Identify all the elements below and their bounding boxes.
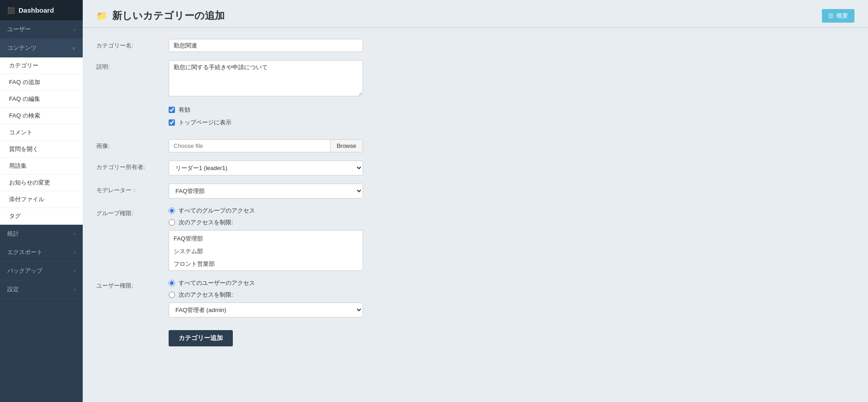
sidebar-title: Dashboard <box>19 6 54 14</box>
group-access-row: グループ権限: すべてのグループのアクセス 次のアクセスを制限: FAQ管理部 … <box>96 207 854 271</box>
user-access-all-row: すべてのユーザーのアクセス <box>169 279 476 287</box>
category-name-row: カテゴリー名: <box>96 39 854 52</box>
description-textarea[interactable] <box>169 60 363 96</box>
file-input-wrapper: Browse <box>169 139 363 152</box>
chevron-right-icon: › <box>74 27 75 32</box>
user-access-select[interactable]: FAQ管理者 (admin) 一般ユーザー (user) ゲスト (guest) <box>169 303 363 317</box>
moderator-select[interactable]: FAQ管理部 システム部 フロント営業部 <box>169 184 363 199</box>
category-name-input[interactable] <box>169 39 363 52</box>
sidebar-item-faq-add[interactable]: FAQ の追加 <box>0 74 83 91</box>
top-page-checkbox-row: トップページに表示 <box>169 118 476 127</box>
group-access-all-radio[interactable] <box>169 208 175 214</box>
user-access-label: ユーザー権限: <box>96 279 169 290</box>
image-row: 画像: Browse <box>96 139 854 152</box>
browse-button[interactable]: Browse <box>330 140 363 152</box>
sidebar-item-category[interactable]: カテゴリー <box>0 57 83 74</box>
moderator-label: モデレーター： <box>96 184 169 194</box>
overview-label: 概要 <box>836 12 848 20</box>
group-list-item-0[interactable]: FAQ管理部 <box>169 232 363 245</box>
dashboard-icon: ⬛ <box>7 7 15 14</box>
category-owner-label: カテゴリー所有者: <box>96 161 169 171</box>
submit-row: カテゴリー追加 <box>96 326 854 346</box>
sidebar-item-open-question[interactable]: 質問を開く <box>0 141 83 158</box>
submit-button[interactable]: カテゴリー追加 <box>169 330 233 346</box>
group-access-label: グループ権限: <box>96 207 169 218</box>
user-access-restrict-label: 次のアクセスを制限: <box>179 291 233 299</box>
group-access-restrict-label: 次のアクセスを制限: <box>179 218 233 227</box>
topbar: 📁 新しいカテゴリーの追加 ☰ 概要 <box>83 0 868 28</box>
sidebar-item-comment[interactable]: コメント <box>0 124 83 141</box>
chevron-right-icon-stats: › <box>74 231 75 236</box>
sidebar-item-tag[interactable]: タグ <box>0 208 83 225</box>
top-page-checkbox[interactable] <box>169 119 175 126</box>
form-area: カテゴリー名: 説明: 有効 トップページに表示 <box>83 28 868 365</box>
sidebar-item-settings[interactable]: 設定 › <box>0 280 83 299</box>
sidebar-submenu: カテゴリー FAQ の追加 FAQ の編集 FAQ の検索 コメント 質問を開く… <box>0 57 83 225</box>
user-access-restrict-row: 次のアクセスを制限: <box>169 291 476 299</box>
main-content: 📁 新しいカテゴリーの追加 ☰ 概要 カテゴリー名: 説明: <box>83 0 868 402</box>
sidebar-item-faq-edit[interactable]: FAQ の編集 <box>0 91 83 108</box>
group-list-item-2[interactable]: フロント営業部 <box>169 258 363 270</box>
chevron-right-icon-export: › <box>74 250 75 255</box>
page-title: 📁 新しいカテゴリーの追加 <box>96 9 225 23</box>
category-owner-select[interactable]: リーダー1 (leader1) 管理者 (admin) ユーザー1 (user1… <box>169 161 363 175</box>
description-label: 説明: <box>96 60 169 71</box>
category-name-control <box>169 39 476 52</box>
user-access-all-radio[interactable] <box>169 280 175 286</box>
group-listbox[interactable]: FAQ管理部 システム部 フロント営業部 <box>169 230 363 271</box>
enabled-checkbox-row: 有効 <box>169 106 476 114</box>
sidebar-header: ⬛ Dashboard <box>0 0 83 20</box>
chevron-right-icon-settings: › <box>74 287 75 292</box>
sidebar-contents-label: コンテンツ <box>7 44 37 52</box>
chevron-right-icon-backup: › <box>74 268 75 274</box>
sidebar: ⬛ Dashboard ユーザー › コンテンツ ∨ カテゴリー FAQ の追加… <box>0 0 83 402</box>
sidebar-item-glossary[interactable]: 用語集 <box>0 158 83 175</box>
description-row: 説明: <box>96 60 854 98</box>
sidebar-item-faq-search[interactable]: FAQ の検索 <box>0 108 83 124</box>
description-control <box>169 60 476 98</box>
enabled-row: 有効 トップページに表示 <box>96 106 854 131</box>
enabled-checkbox[interactable] <box>169 107 175 113</box>
sidebar-users-label: ユーザー <box>7 25 31 33</box>
category-owner-row: カテゴリー所有者: リーダー1 (leader1) 管理者 (admin) ユー… <box>96 161 854 175</box>
page-title-text: 新しいカテゴリーの追加 <box>112 9 225 23</box>
sidebar-stats-label: 統計 <box>7 230 19 238</box>
moderator-row: モデレーター： FAQ管理部 システム部 フロント営業部 <box>96 184 854 199</box>
enabled-label: 有効 <box>179 106 190 114</box>
sidebar-item-notice-change[interactable]: お知らせの変更 <box>0 175 83 191</box>
image-label: 画像: <box>96 139 169 150</box>
overview-button[interactable]: ☰ 概要 <box>822 9 854 23</box>
sidebar-item-contents[interactable]: コンテンツ ∨ <box>0 39 83 57</box>
sidebar-export-label: エクスポート <box>7 248 42 256</box>
user-access-all-label: すべてのユーザーのアクセス <box>179 279 255 287</box>
file-input-text[interactable] <box>169 140 330 152</box>
group-access-all-row: すべてのグループのアクセス <box>169 207 476 215</box>
sidebar-backup-label: バックアップ <box>7 267 42 275</box>
sidebar-item-attachment[interactable]: 添付ファイル <box>0 191 83 208</box>
sidebar-item-users[interactable]: ユーザー › <box>0 20 83 39</box>
top-page-label: トップページに表示 <box>179 118 231 127</box>
folder-icon: 📁 <box>96 10 108 21</box>
user-access-row: ユーザー権限: すべてのユーザーのアクセス 次のアクセスを制限: FAQ管理者 … <box>96 279 854 317</box>
sidebar-item-stats[interactable]: 統計 › <box>0 225 83 243</box>
sidebar-settings-label: 設定 <box>7 285 19 293</box>
sidebar-item-backup[interactable]: バックアップ › <box>0 262 83 280</box>
category-name-label: カテゴリー名: <box>96 39 169 50</box>
group-access-restrict-radio[interactable] <box>169 219 175 226</box>
group-access-all-label: すべてのグループのアクセス <box>179 207 255 215</box>
chevron-down-icon: ∨ <box>72 45 75 51</box>
group-access-restrict-row: 次のアクセスを制限: <box>169 218 476 227</box>
user-access-restrict-radio[interactable] <box>169 292 175 298</box>
sidebar-item-export[interactable]: エクスポート › <box>0 243 83 262</box>
list-icon: ☰ <box>828 13 834 19</box>
group-list-item-1[interactable]: システム部 <box>169 245 363 258</box>
